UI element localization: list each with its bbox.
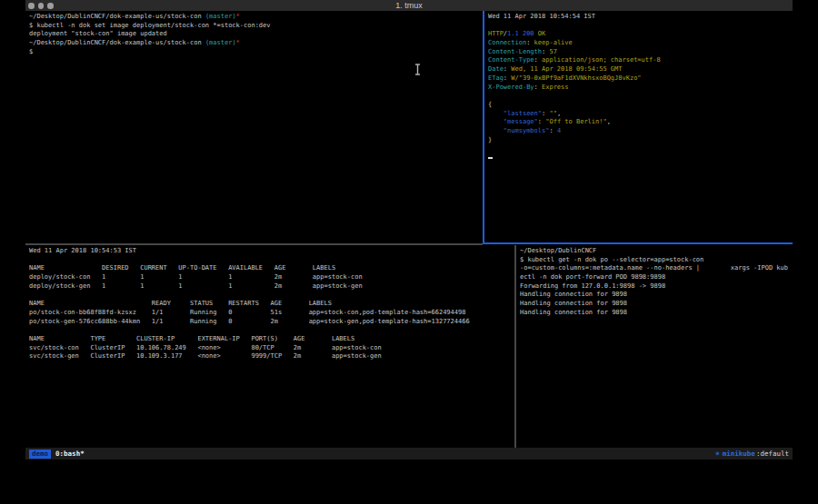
terminal-line: ectl -n dok port-forward POD 9898:9898 xyxy=(520,273,789,282)
terminal-line: Wed 11 Apr 2018 10:54:54 IST xyxy=(488,13,789,22)
zoom-button[interactable] xyxy=(47,3,54,9)
terminal-line: Content-Type: application/json; charset=… xyxy=(488,56,789,65)
pane-port-forward[interactable]: ~/Desktop/DublinCNCF$ kubectl get -n dok… xyxy=(516,245,793,448)
terminal-line xyxy=(29,291,511,300)
terminal-line: NAME DESIRED CURRENT UP-TO-DATE AVAILABL… xyxy=(29,264,511,273)
terminal-line: deployment "stock-con" image updated xyxy=(29,30,479,39)
terminal-line: deploy/stock-con 1 1 1 1 2m app=stock-co… xyxy=(29,273,511,282)
terminal-line: svc/stock-con ClusterIP 10.106.78.249 <n… xyxy=(29,344,511,353)
terminal-line: ~/Desktop/DublinCNCF/dok-example-us/stoc… xyxy=(29,13,479,22)
terminal-window: 1. tmux ~/Desktop/DublinCNCF/dok-example… xyxy=(25,0,793,460)
terminal-line: $ xyxy=(29,48,479,57)
terminal-line: X-Powered-By: Express xyxy=(488,84,789,93)
terminal-line: $ kubectl get -n dok po --selector=app=s… xyxy=(520,256,789,265)
pane-http-response[interactable]: Wed 11 Apr 2018 10:54:54 IST HTTP/1.1 20… xyxy=(484,11,793,243)
terminal-line: po/stock-gen-576cc688bb-44kmn 1/1 Runnin… xyxy=(29,318,511,327)
terminal-line xyxy=(29,256,511,265)
terminal-line xyxy=(29,326,511,335)
terminal-line: ~/Desktop/DublinCNCF xyxy=(520,247,789,256)
text-cursor xyxy=(488,157,493,160)
terminal-line: NAME READY STATUS RESTARTS AGE LABELS xyxy=(29,300,511,309)
terminal-line: ETag: W/"39-0xBPf9aF1dXVNkhsxoBQgJ8vKzo" xyxy=(488,74,789,84)
kube-namespace-label: :default xyxy=(756,450,789,458)
status-right-section: ⎈ minikube :default xyxy=(715,450,789,458)
window-title-bar: 1. tmux xyxy=(25,0,793,11)
terminal-line: Content-Length: 57 xyxy=(488,48,789,57)
terminal-line: HTTP/1.1 200 OK xyxy=(488,30,789,39)
traffic-lights xyxy=(28,3,54,9)
terminal-line: -o=custom-columns=:metadata.name --no-he… xyxy=(520,264,789,273)
terminal-line: svc/stock-gen ClusterIP 10.109.3.177 <no… xyxy=(29,352,511,361)
terminal-line xyxy=(488,22,789,31)
terminal-line: } xyxy=(488,136,789,145)
terminal-line: deploy/stock-gen 1 1 1 1 2m app=stock-ge… xyxy=(29,282,511,292)
terminal-line: "message": "Off to Berlin!", xyxy=(488,118,789,127)
window-title: 1. tmux xyxy=(25,0,793,11)
kubernetes-helm-icon: ⎈ xyxy=(715,450,720,458)
terminal-line: $ kubectl -n dok set image deployment/st… xyxy=(29,22,479,31)
terminal-line: Handling connection for 9898 xyxy=(520,309,789,318)
terminal-line xyxy=(488,144,789,153)
terminal-line: "numsymbols": 4 xyxy=(488,127,789,136)
terminal-line xyxy=(488,153,789,163)
minimize-button[interactable] xyxy=(38,3,45,9)
session-name-badge[interactable]: demo xyxy=(29,450,51,459)
terminal-line: ~/Desktop/DublinCNCF/dok-example-us/stoc… xyxy=(29,39,479,48)
terminal-line: "lastseen": "", xyxy=(488,110,789,119)
terminal-line xyxy=(488,92,789,101)
pane-kubectl-get-output[interactable]: Wed 11 Apr 2018 10:54:53 IST NAME DESIRE… xyxy=(25,245,514,448)
mouse-ibeam-cursor xyxy=(414,63,422,76)
tmux-session-area: ~/Desktop/DublinCNCF/dok-example-us/stoc… xyxy=(25,11,793,448)
tmux-status-bar: demo 0:bash* ⎈ minikube :default xyxy=(25,448,793,460)
terminal-line: NAME TYPE CLUSTER-IP EXTERNAL-IP PORT(S)… xyxy=(29,335,511,344)
terminal-line: Handling connection for 9898 xyxy=(520,291,789,300)
close-button[interactable] xyxy=(28,3,35,9)
terminal-line: Handling connection for 9898 xyxy=(520,300,789,309)
desktop-background: 1. tmux ~/Desktop/DublinCNCF/dok-example… xyxy=(0,0,818,504)
terminal-line: Connection: keep-alive xyxy=(488,39,789,48)
kube-context-label: minikube xyxy=(723,450,755,458)
terminal-line: Date: Wed, 11 Apr 2018 09:54:55 GMT xyxy=(488,65,789,74)
terminal-line: po/stock-con-bb68f88fd-kzsxz 1/1 Running… xyxy=(29,309,511,318)
pane-divider-horizontal-right[interactable] xyxy=(483,242,793,244)
terminal-line: Wed 11 Apr 2018 10:54:53 IST xyxy=(29,247,511,256)
terminal-line: Forwarding from 127.0.0.1:9898 -> 9898 xyxy=(520,282,789,292)
window-tab-bash[interactable]: 0:bash* xyxy=(55,450,85,458)
terminal-line: { xyxy=(488,101,789,110)
pane-shell-stock-con[interactable]: ~/Desktop/DublinCNCF/dok-example-us/stoc… xyxy=(25,11,483,243)
